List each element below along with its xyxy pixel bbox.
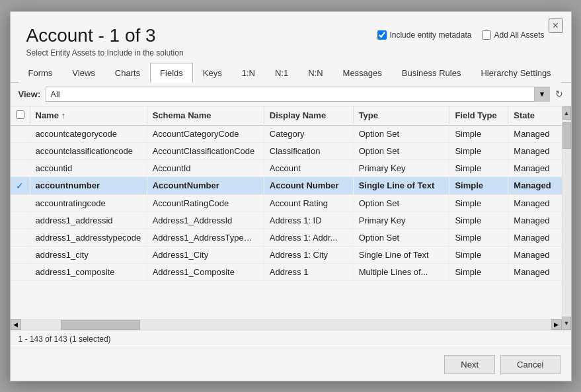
table-scroll-area: Name ↑ Schema Name Display Name Type Fie… <box>11 106 562 330</box>
scroll-up-button[interactable]: ▲ <box>562 106 571 120</box>
table-area: Name ↑ Schema Name Display Name Type Fie… <box>11 106 571 330</box>
row-field-type: Simple <box>449 194 508 212</box>
row-field-type: Simple <box>449 142 508 159</box>
table-row[interactable]: accountratingcode AccountRatingCode Acco… <box>11 194 562 212</box>
horizontal-scrollbar: ◀ ▶ <box>11 319 562 330</box>
tab-business-rules[interactable]: Business Rules <box>392 63 471 83</box>
col-name[interactable]: Name ↑ <box>30 106 147 126</box>
row-state: Managed <box>508 229 562 246</box>
status-bar: 1 - 143 of 143 (1 selected) <box>11 330 571 348</box>
table-body-wrapper: Name ↑ Schema Name Display Name Type Fie… <box>11 106 562 319</box>
row-check[interactable] <box>11 229 30 246</box>
tab-n1[interactable]: N:1 <box>265 63 298 83</box>
dialog-footer: Next Cancel <box>11 348 571 381</box>
add-all-assets-label[interactable]: Add All Assets <box>482 30 544 40</box>
dialog: Account - 1 of 3 Select Entity Assets to… <box>10 11 572 381</box>
select-all-checkbox[interactable] <box>16 110 24 119</box>
add-all-assets-checkbox[interactable] <box>482 30 491 40</box>
tab-views[interactable]: Views <box>62 63 104 83</box>
row-state: Managed <box>508 176 562 194</box>
row-display-name: Account <box>264 159 353 176</box>
table-row[interactable]: address1_composite Address1_Composite Ad… <box>11 263 562 280</box>
view-select[interactable]: All Custom Managed Unmanaged <box>46 87 549 102</box>
horizontal-scroll-thumb[interactable] <box>61 320 140 330</box>
row-check[interactable] <box>11 263 30 280</box>
row-display-name: Category <box>264 125 353 142</box>
row-check[interactable] <box>11 246 30 263</box>
row-display-name: Address 1 <box>264 263 353 280</box>
row-name: address1_addressid <box>30 212 147 229</box>
row-type: Option Set <box>353 125 449 142</box>
row-field-type: Simple <box>449 125 508 142</box>
row-schema-name: Address1_Composite <box>147 263 264 280</box>
tab-1n[interactable]: 1:N <box>232 63 265 83</box>
horizontal-scroll-track[interactable] <box>21 320 551 330</box>
fields-table: Name ↑ Schema Name Display Name Type Fie… <box>11 106 562 281</box>
cancel-button[interactable]: Cancel <box>500 355 560 374</box>
tab-bar: Forms Views Charts Fields Keys 1:N N:1 N… <box>11 63 571 83</box>
row-state: Managed <box>508 246 562 263</box>
row-name: address1_city <box>30 246 147 263</box>
row-field-type: Simple <box>449 246 508 263</box>
col-field-type[interactable]: Field Type <box>449 106 508 126</box>
row-schema-name: Address1_AddressTypeCode <box>147 229 264 246</box>
row-check[interactable] <box>11 159 30 176</box>
refresh-icon[interactable]: ↻ <box>555 89 563 99</box>
table-row[interactable]: accountcategorycode AccountCategoryCode … <box>11 125 562 142</box>
row-field-type: Simple <box>449 263 508 280</box>
table-row[interactable]: ✓ accountnumber AccountNumber Account Nu… <box>11 176 562 194</box>
tab-nn[interactable]: N:N <box>298 63 332 83</box>
table-row[interactable]: accountclassificationcode AccountClassif… <box>11 142 562 159</box>
tab-messages[interactable]: Messages <box>333 63 392 83</box>
view-select-wrapper: All Custom Managed Unmanaged ▼ <box>46 87 549 102</box>
row-display-name: Address 1: City <box>264 246 353 263</box>
scroll-down-button[interactable]: ▼ <box>562 317 571 330</box>
include-metadata-checkbox[interactable] <box>377 30 387 40</box>
row-check[interactable] <box>11 194 30 212</box>
row-type: Option Set <box>353 229 449 246</box>
status-text: 1 - 143 of 143 (1 selected) <box>19 334 111 344</box>
table-row[interactable]: address1_addresstypecode Address1_Addres… <box>11 229 562 246</box>
tab-fields[interactable]: Fields <box>150 63 193 83</box>
tab-keys[interactable]: Keys <box>193 63 232 83</box>
col-schema-name[interactable]: Schema Name <box>147 106 264 126</box>
col-state[interactable]: State <box>508 106 562 126</box>
row-name: accountnumber <box>30 176 147 194</box>
row-name: accountratingcode <box>30 194 147 212</box>
row-type: Primary Key <box>353 159 449 176</box>
table-row[interactable]: accountid AccountId Account Primary Key … <box>11 159 562 176</box>
row-check[interactable] <box>11 212 30 229</box>
row-check[interactable] <box>11 125 30 142</box>
col-display-name[interactable]: Display Name <box>264 106 353 126</box>
col-type[interactable]: Type <box>353 106 449 126</box>
view-bar: View: All Custom Managed Unmanaged ▼ ↻ <box>11 83 571 106</box>
row-state: Managed <box>508 194 562 212</box>
table-row[interactable]: address1_city Address1_City Address 1: C… <box>11 246 562 263</box>
row-name: accountid <box>30 159 147 176</box>
row-type: Option Set <box>353 142 449 159</box>
col-check <box>11 106 30 126</box>
view-label: View: <box>19 89 41 99</box>
next-button[interactable]: Next <box>444 355 495 374</box>
row-type: Single Line of Text <box>353 176 449 194</box>
row-type: Option Set <box>353 194 449 212</box>
close-button[interactable]: × <box>549 19 563 33</box>
row-check[interactable]: ✓ <box>11 176 30 194</box>
include-metadata-label[interactable]: Include entity metadata <box>377 30 471 40</box>
table-body: accountcategorycode AccountCategoryCode … <box>11 125 562 280</box>
vertical-scroll-track[interactable] <box>562 120 571 317</box>
tab-forms[interactable]: Forms <box>19 63 63 83</box>
vertical-scrollbar: ▲ ▼ <box>562 106 571 330</box>
tab-charts[interactable]: Charts <box>105 63 150 83</box>
table-row[interactable]: address1_addressid Address1_AddressId Ad… <box>11 212 562 229</box>
vertical-scroll-thumb[interactable] <box>562 122 571 149</box>
tab-hierarchy-settings[interactable]: Hierarchy Settings <box>471 63 561 83</box>
row-name: address1_composite <box>30 263 147 280</box>
row-state: Managed <box>508 212 562 229</box>
scroll-left-button[interactable]: ◀ <box>11 319 21 330</box>
header-options: Include entity metadata Add All Assets <box>377 30 544 40</box>
row-schema-name: AccountNumber <box>147 176 264 194</box>
scroll-right-button[interactable]: ▶ <box>551 319 562 330</box>
row-check[interactable] <box>11 142 30 159</box>
row-name: accountcategorycode <box>30 125 147 142</box>
